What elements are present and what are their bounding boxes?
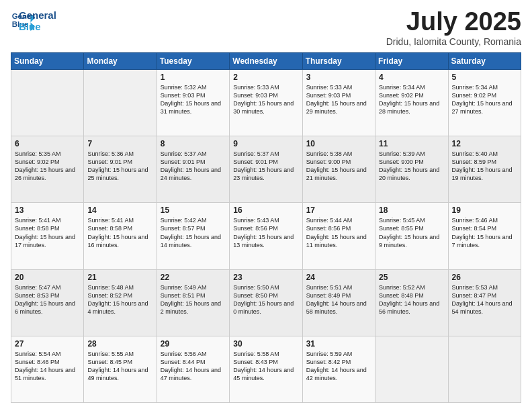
cell-info: Sunrise: 5:51 AM Sunset: 8:49 PM Dayligh…: [306, 283, 371, 316]
day-number: 17: [306, 205, 371, 215]
subtitle: Dridu, Ialomita County, Romania: [386, 36, 521, 47]
calendar-cell: 12Sunrise: 5:40 AM Sunset: 8:59 PM Dayli…: [448, 136, 521, 203]
cell-info: Sunrise: 5:36 AM Sunset: 9:01 PM Dayligh…: [87, 150, 152, 183]
calendar-cell: 25Sunrise: 5:52 AM Sunset: 8:48 PM Dayli…: [375, 269, 448, 336]
calendar-cell: 19Sunrise: 5:46 AM Sunset: 8:54 PM Dayli…: [448, 203, 521, 269]
day-number: 22: [161, 273, 226, 282]
calendar-cell: 13Sunrise: 5:41 AM Sunset: 8:58 PM Dayli…: [11, 203, 84, 269]
cell-info: Sunrise: 5:39 AM Sunset: 9:00 PM Dayligh…: [379, 150, 444, 183]
calendar-cell: 21Sunrise: 5:48 AM Sunset: 8:52 PM Dayli…: [84, 269, 157, 336]
day-header-saturday: Saturday: [448, 52, 521, 69]
logo-line2: Blue: [19, 21, 56, 32]
logo-line1: General: [19, 9, 56, 21]
calendar-cell: 30Sunrise: 5:58 AM Sunset: 8:43 PM Dayli…: [230, 336, 302, 402]
cell-info: Sunrise: 5:53 AM Sunset: 8:47 PM Dayligh…: [452, 283, 517, 316]
calendar-cell: 28Sunrise: 5:55 AM Sunset: 8:45 PM Dayli…: [84, 336, 157, 402]
day-number: 12: [452, 139, 517, 148]
cell-info: Sunrise: 5:34 AM Sunset: 9:02 PM Dayligh…: [379, 83, 444, 116]
calendar-cell: 18Sunrise: 5:45 AM Sunset: 8:55 PM Dayli…: [375, 203, 448, 269]
day-number: 31: [306, 339, 371, 349]
cell-info: Sunrise: 5:43 AM Sunset: 8:56 PM Dayligh…: [233, 216, 298, 249]
calendar-cell: 16Sunrise: 5:43 AM Sunset: 8:56 PM Dayli…: [230, 203, 302, 269]
header: General Blue General Blue July 2025 Drid…: [11, 8, 521, 47]
cell-info: Sunrise: 5:48 AM Sunset: 8:52 PM Dayligh…: [87, 283, 152, 316]
cell-info: Sunrise: 5:56 AM Sunset: 8:44 PM Dayligh…: [161, 350, 226, 383]
day-header-tuesday: Tuesday: [157, 52, 229, 69]
day-number: 30: [233, 339, 298, 349]
day-number: 2: [233, 73, 298, 82]
day-number: 18: [379, 205, 444, 215]
calendar-cell: 8Sunrise: 5:37 AM Sunset: 9:01 PM Daylig…: [157, 136, 229, 203]
cell-info: Sunrise: 5:44 AM Sunset: 8:56 PM Dayligh…: [306, 216, 371, 249]
day-number: 9: [233, 139, 298, 148]
title-block: July 2025 Dridu, Ialomita County, Romani…: [386, 8, 521, 47]
calendar-cell: [84, 69, 157, 136]
calendar-cell: [11, 69, 84, 136]
day-number: 8: [161, 139, 226, 148]
day-number: 27: [15, 339, 80, 349]
calendar-cell: 7Sunrise: 5:36 AM Sunset: 9:01 PM Daylig…: [84, 136, 157, 203]
day-number: 24: [306, 273, 371, 282]
header-row: SundayMondayTuesdayWednesdayThursdayFrid…: [11, 52, 521, 69]
day-number: 4: [379, 73, 444, 82]
calendar-cell: 6Sunrise: 5:35 AM Sunset: 9:02 PM Daylig…: [11, 136, 84, 203]
day-number: 13: [15, 205, 80, 215]
cell-info: Sunrise: 5:41 AM Sunset: 8:58 PM Dayligh…: [15, 216, 80, 249]
calendar-cell: 10Sunrise: 5:38 AM Sunset: 9:00 PM Dayli…: [302, 136, 375, 203]
day-number: 23: [233, 273, 298, 282]
calendar-cell: 9Sunrise: 5:37 AM Sunset: 9:01 PM Daylig…: [230, 136, 302, 203]
calendar-cell: 26Sunrise: 5:53 AM Sunset: 8:47 PM Dayli…: [448, 269, 521, 336]
cell-info: Sunrise: 5:35 AM Sunset: 9:02 PM Dayligh…: [15, 150, 80, 183]
cell-info: Sunrise: 5:49 AM Sunset: 8:51 PM Dayligh…: [161, 283, 226, 316]
cell-info: Sunrise: 5:55 AM Sunset: 8:45 PM Dayligh…: [87, 350, 152, 383]
week-row-4: 20Sunrise: 5:47 AM Sunset: 8:53 PM Dayli…: [11, 269, 521, 336]
cell-info: Sunrise: 5:33 AM Sunset: 9:03 PM Dayligh…: [306, 83, 371, 116]
day-number: 26: [452, 273, 517, 282]
calendar-cell: 11Sunrise: 5:39 AM Sunset: 9:00 PM Dayli…: [375, 136, 448, 203]
calendar-cell: 22Sunrise: 5:49 AM Sunset: 8:51 PM Dayli…: [157, 269, 229, 336]
day-number: 14: [87, 205, 152, 215]
day-number: 6: [15, 139, 80, 148]
day-number: 25: [379, 273, 444, 282]
week-row-1: 1Sunrise: 5:32 AM Sunset: 9:03 PM Daylig…: [11, 69, 521, 136]
day-header-friday: Friday: [375, 52, 448, 69]
cell-info: Sunrise: 5:45 AM Sunset: 8:55 PM Dayligh…: [379, 216, 444, 249]
cell-info: Sunrise: 5:59 AM Sunset: 8:42 PM Dayligh…: [306, 350, 371, 383]
calendar-cell: 24Sunrise: 5:51 AM Sunset: 8:49 PM Dayli…: [302, 269, 375, 336]
day-number: 20: [15, 273, 80, 282]
cell-info: Sunrise: 5:38 AM Sunset: 9:00 PM Dayligh…: [306, 150, 371, 183]
cell-info: Sunrise: 5:37 AM Sunset: 9:01 PM Dayligh…: [161, 150, 226, 183]
cell-info: Sunrise: 5:52 AM Sunset: 8:48 PM Dayligh…: [379, 283, 444, 316]
cell-info: Sunrise: 5:58 AM Sunset: 8:43 PM Dayligh…: [233, 350, 298, 383]
cell-info: Sunrise: 5:50 AM Sunset: 8:50 PM Dayligh…: [233, 283, 298, 316]
cell-info: Sunrise: 5:33 AM Sunset: 9:03 PM Dayligh…: [233, 83, 298, 116]
cell-info: Sunrise: 5:32 AM Sunset: 9:03 PM Dayligh…: [161, 83, 226, 116]
calendar-table: SundayMondayTuesdayWednesdayThursdayFrid…: [11, 52, 521, 403]
day-number: 11: [379, 139, 444, 148]
calendar-cell: [448, 336, 521, 402]
day-number: 29: [161, 339, 226, 349]
day-header-sunday: Sunday: [11, 52, 84, 69]
cell-info: Sunrise: 5:34 AM Sunset: 9:02 PM Dayligh…: [452, 83, 517, 116]
calendar-cell: 27Sunrise: 5:54 AM Sunset: 8:46 PM Dayli…: [11, 336, 84, 402]
calendar-cell: 3Sunrise: 5:33 AM Sunset: 9:03 PM Daylig…: [302, 69, 375, 136]
cell-info: Sunrise: 5:41 AM Sunset: 8:58 PM Dayligh…: [87, 216, 152, 249]
logo: General Blue General Blue: [11, 8, 56, 33]
cell-info: Sunrise: 5:42 AM Sunset: 8:57 PM Dayligh…: [161, 216, 226, 249]
day-number: 3: [306, 73, 371, 82]
week-row-5: 27Sunrise: 5:54 AM Sunset: 8:46 PM Dayli…: [11, 336, 521, 402]
day-number: 1: [161, 73, 226, 82]
calendar-cell: [375, 336, 448, 402]
calendar-cell: 20Sunrise: 5:47 AM Sunset: 8:53 PM Dayli…: [11, 269, 84, 336]
week-row-2: 6Sunrise: 5:35 AM Sunset: 9:02 PM Daylig…: [11, 136, 521, 203]
day-number: 16: [233, 205, 298, 215]
calendar-cell: 31Sunrise: 5:59 AM Sunset: 8:42 PM Dayli…: [302, 336, 375, 402]
day-header-wednesday: Wednesday: [230, 52, 302, 69]
cell-info: Sunrise: 5:40 AM Sunset: 8:59 PM Dayligh…: [452, 150, 517, 183]
cell-info: Sunrise: 5:47 AM Sunset: 8:53 PM Dayligh…: [15, 283, 80, 316]
week-row-3: 13Sunrise: 5:41 AM Sunset: 8:58 PM Dayli…: [11, 203, 521, 269]
calendar-cell: 23Sunrise: 5:50 AM Sunset: 8:50 PM Dayli…: [230, 269, 302, 336]
day-number: 7: [87, 139, 152, 148]
page: General Blue General Blue July 2025 Drid…: [0, 0, 532, 411]
day-header-thursday: Thursday: [302, 52, 375, 69]
